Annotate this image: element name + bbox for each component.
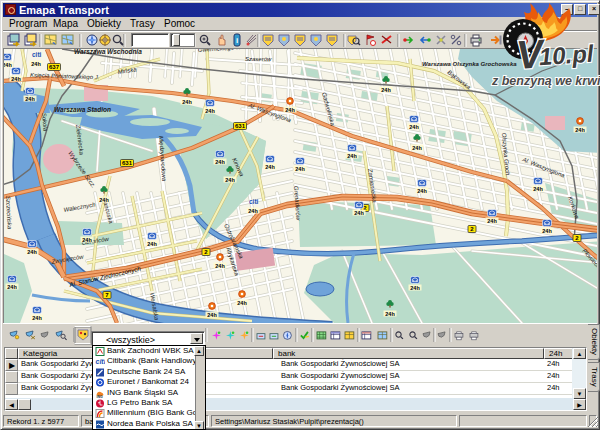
- svg-text:24h: 24h: [248, 208, 258, 214]
- svg-text:24h: 24h: [575, 127, 585, 133]
- svg-text:24h: 24h: [31, 61, 41, 67]
- svg-text:24h: 24h: [417, 188, 427, 194]
- svg-text:24h: 24h: [412, 145, 422, 151]
- svg-text:24h: 24h: [385, 311, 395, 317]
- svg-text:637: 637: [49, 64, 60, 70]
- svg-text:24h: 24h: [542, 228, 552, 234]
- svg-text:Warszawa Stadion: Warszawa Stadion: [54, 106, 111, 113]
- svg-text:24h: 24h: [381, 87, 391, 93]
- svg-text:24h: 24h: [533, 186, 543, 192]
- svg-text:24h: 24h: [11, 76, 21, 82]
- svg-text:24h: 24h: [215, 263, 225, 269]
- svg-text:24h: 24h: [207, 312, 217, 318]
- svg-text:631: 631: [235, 123, 246, 129]
- svg-text:ING: ING: [97, 395, 104, 399]
- svg-text:24h: 24h: [27, 249, 37, 255]
- svg-text:24h: 24h: [265, 164, 275, 170]
- svg-text:24h: 24h: [225, 177, 235, 183]
- svg-text:10.pl: 10.pl: [538, 40, 596, 71]
- svg-text:citi: citi: [249, 198, 259, 205]
- svg-text:24h: 24h: [285, 107, 295, 113]
- svg-text:24h: 24h: [182, 99, 192, 105]
- svg-text:24h: 24h: [32, 315, 42, 321]
- svg-text:24h: 24h: [147, 241, 157, 247]
- svg-text:24h: 24h: [82, 237, 92, 243]
- svg-text:24h: 24h: [7, 284, 17, 290]
- svg-text:24h: 24h: [410, 285, 420, 291]
- svg-text:24h: 24h: [215, 159, 225, 165]
- svg-text:24h: 24h: [354, 210, 364, 216]
- svg-text:i: i: [236, 36, 238, 45]
- svg-text:citi: citi: [96, 358, 106, 365]
- svg-text:Warszawa Wschodnia: Warszawa Wschodnia: [74, 49, 142, 55]
- svg-text:24h: 24h: [205, 108, 215, 114]
- svg-text:24h: 24h: [409, 124, 419, 130]
- svg-text:z benzyną we krwi: z benzyną we krwi: [491, 74, 600, 88]
- svg-text:24h: 24h: [99, 197, 109, 203]
- svg-text:24h: 24h: [295, 166, 305, 172]
- svg-text:24h: 24h: [347, 153, 357, 159]
- svg-text:citi: citi: [32, 51, 42, 58]
- svg-text:24h: 24h: [4, 62, 12, 68]
- svg-text:631: 631: [122, 160, 133, 166]
- svg-text:Szaserów: Szaserów: [245, 56, 272, 62]
- svg-text:24h: 24h: [25, 96, 35, 102]
- svg-text:24h: 24h: [487, 218, 497, 224]
- svg-text:24h: 24h: [237, 300, 247, 306]
